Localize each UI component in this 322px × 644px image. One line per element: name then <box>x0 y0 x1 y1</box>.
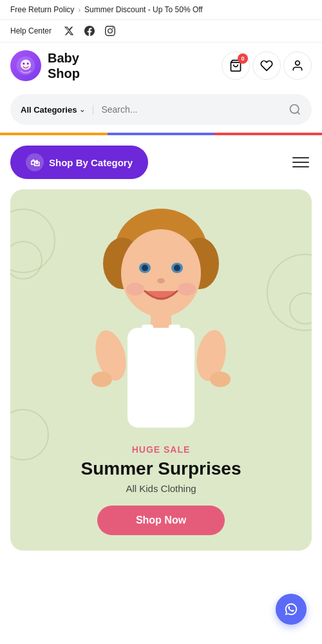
color-bar-red <box>214 133 322 135</box>
svg-point-6 <box>290 105 299 113</box>
brand-name: Baby Shop <box>48 50 80 81</box>
svg-point-18 <box>178 283 196 296</box>
announcement-bar: Free Return Policy › Summer Discount - U… <box>0 0 322 20</box>
hero-text: HUGE SALE Summer Surprises All Kids Clot… <box>10 434 312 551</box>
svg-rect-22 <box>169 325 180 337</box>
account-button[interactable] <box>283 52 312 80</box>
header-icons: 0 <box>222 52 312 80</box>
user-icon <box>291 59 304 72</box>
category-select[interactable]: All Categories ⌄ <box>21 105 93 115</box>
twitter-icon[interactable] <box>62 24 76 38</box>
nav-row: 🛍 Shop By Category <box>0 146 322 189</box>
svg-point-3 <box>27 62 29 64</box>
social-bar: Help Center <box>0 20 322 43</box>
hamburger-line-1 <box>292 157 309 158</box>
search-input[interactable] <box>93 104 289 115</box>
cart-badge: 0 <box>238 53 248 64</box>
brand-line2: Shop <box>48 66 80 80</box>
svg-point-15 <box>174 265 180 271</box>
shop-now-button[interactable]: Shop Now <box>97 506 225 535</box>
search-icon <box>289 103 301 116</box>
hamburger-line-3 <box>292 166 309 167</box>
wishlist-button[interactable] <box>252 52 281 80</box>
sale-label: HUGE SALE <box>26 444 296 455</box>
svg-point-16 <box>157 278 165 283</box>
logo-area[interactable]: Baby Shop <box>10 50 80 81</box>
help-center-link[interactable]: Help Center <box>10 26 52 35</box>
logo-icon <box>10 50 41 81</box>
bag-icon: 🛍 <box>26 153 44 171</box>
facebook-icon[interactable] <box>82 24 97 38</box>
child-image <box>10 189 312 434</box>
svg-point-14 <box>142 265 148 271</box>
chat-icon <box>284 602 298 616</box>
hero-subtitle: All Kids Clothing <box>26 483 296 494</box>
svg-point-25 <box>91 372 112 387</box>
svg-point-26 <box>210 372 231 387</box>
color-bar-blue <box>108 133 215 135</box>
hamburger-menu-button[interactable] <box>290 155 312 170</box>
search-bar: All Categories ⌄ <box>10 94 312 125</box>
cart-button[interactable]: 0 <box>222 52 250 80</box>
social-icons <box>62 24 117 38</box>
shop-by-category-button[interactable]: 🛍 Shop By Category <box>10 146 148 179</box>
shop-by-category-label: Shop By Category <box>49 157 133 168</box>
svg-point-5 <box>296 61 300 66</box>
heart-icon <box>260 59 273 72</box>
hero-banner: HUGE SALE Summer Surprises All Kids Clot… <box>10 189 312 551</box>
hero-title: Summer Surprises <box>26 459 296 479</box>
chevron-icon: › <box>78 6 80 14</box>
header: Baby Shop 0 <box>0 43 322 89</box>
chat-button[interactable] <box>276 594 307 625</box>
svg-point-11 <box>121 229 201 317</box>
search-button[interactable] <box>289 103 301 116</box>
svg-point-2 <box>23 62 24 64</box>
brand-line1: Baby <box>48 51 79 65</box>
instagram-icon[interactable] <box>103 24 117 38</box>
child-svg <box>71 196 251 434</box>
svg-rect-21 <box>142 325 153 337</box>
svg-line-7 <box>298 112 300 115</box>
free-return-text: Free Return Policy <box>10 5 74 14</box>
hamburger-line-2 <box>292 162 309 163</box>
color-bar-yellow <box>0 133 108 135</box>
discount-text: Summer Discount - Up To 50% Off <box>84 5 203 14</box>
category-label: All Categories <box>21 105 77 115</box>
svg-point-17 <box>126 283 144 296</box>
color-bar <box>0 133 322 135</box>
category-chevron-icon: ⌄ <box>79 106 85 114</box>
svg-rect-20 <box>128 328 194 428</box>
